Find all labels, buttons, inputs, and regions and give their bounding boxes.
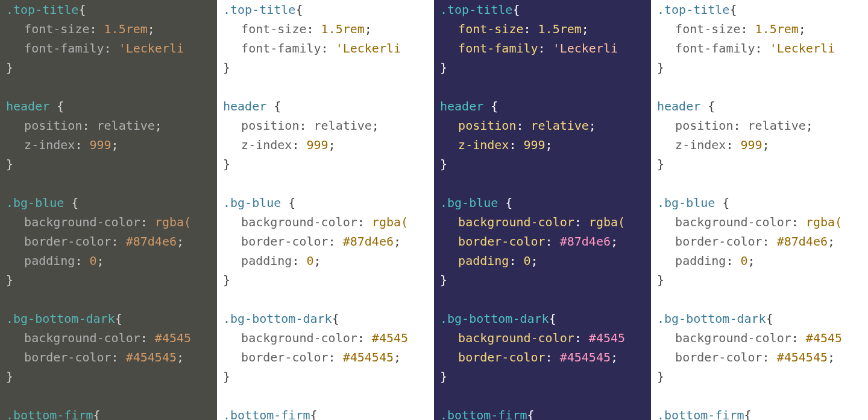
css-declaration-line[interactable]: background-color: #4545 bbox=[223, 328, 428, 348]
css-selector-line[interactable]: .bg-bottom-dark{ bbox=[223, 309, 428, 328]
css-selector-line[interactable]: .bg-blue { bbox=[223, 193, 428, 212]
css-selector-line[interactable]: .bg-bottom-dark{ bbox=[440, 309, 645, 328]
css-selector-line[interactable]: .bg-bottom-dark{ bbox=[6, 309, 211, 328]
css-property: background-color bbox=[24, 331, 140, 345]
css-declaration-line[interactable]: background-color: rgba( bbox=[223, 212, 428, 232]
css-declaration-line[interactable]: border-color: #87d4e6; bbox=[440, 232, 645, 251]
css-declaration-line[interactable]: padding: 0; bbox=[223, 251, 428, 270]
close-brace-line[interactable]: } bbox=[223, 367, 428, 386]
css-declaration-line[interactable]: position: relative; bbox=[6, 116, 211, 135]
css-declaration-line[interactable]: z-index: 999; bbox=[657, 135, 862, 154]
css-selector-line[interactable]: .bg-blue { bbox=[6, 193, 211, 212]
css-value: #4545 bbox=[806, 331, 842, 345]
css-property: border-color bbox=[458, 350, 546, 364]
close-brace-line[interactable]: } bbox=[657, 367, 862, 386]
code-panel-theme-2[interactable]: .top-title{font-size: 1.5rem;font-family… bbox=[217, 0, 434, 420]
css-selector-line[interactable]: header { bbox=[440, 97, 645, 116]
css-declaration-line[interactable]: z-index: 999; bbox=[440, 135, 645, 154]
css-declaration-line[interactable]: font-size: 1.5rem; bbox=[440, 19, 645, 39]
css-declaration-line[interactable]: border-color: #454545; bbox=[440, 348, 645, 367]
css-declaration-line[interactable]: border-color: #454545; bbox=[657, 348, 862, 367]
semicolon: ; bbox=[531, 253, 538, 268]
css-declaration-line[interactable]: padding: 0; bbox=[657, 251, 862, 270]
css-declaration-line[interactable]: background-color: rgba( bbox=[657, 212, 862, 232]
colon: : bbox=[763, 350, 777, 364]
open-brace: { bbox=[310, 408, 318, 420]
css-declaration-line[interactable]: background-color: rgba( bbox=[440, 212, 645, 232]
css-declaration-line[interactable]: font-size: 1.5rem; bbox=[657, 19, 862, 39]
css-declaration-line[interactable]: border-color: #87d4e6; bbox=[223, 232, 428, 251]
css-selector-line[interactable]: .top-title{ bbox=[223, 0, 428, 19]
css-declaration-line[interactable]: z-index: 999; bbox=[6, 135, 211, 154]
css-selector-line[interactable]: .top-title{ bbox=[440, 0, 645, 19]
close-brace: } bbox=[657, 60, 664, 75]
css-property: font-size bbox=[458, 22, 523, 36]
close-brace: } bbox=[223, 369, 230, 384]
css-declaration-line[interactable]: background-color: #4545 bbox=[440, 328, 645, 348]
css-declaration-line[interactable]: border-color: #454545; bbox=[6, 348, 211, 367]
css-selector-line[interactable]: header { bbox=[657, 97, 862, 116]
css-selector-line[interactable]: .bottom-firm{ bbox=[657, 406, 862, 420]
close-brace-line[interactable]: } bbox=[440, 270, 645, 290]
close-brace-line[interactable]: } bbox=[6, 270, 211, 290]
close-brace-line[interactable]: } bbox=[440, 154, 645, 174]
close-brace-line[interactable]: } bbox=[6, 58, 211, 77]
open-brace: { bbox=[281, 196, 295, 210]
open-brace: { bbox=[527, 408, 535, 420]
css-declaration-line[interactable]: z-index: 999; bbox=[223, 135, 428, 154]
css-declaration-line[interactable]: border-color: #87d4e6; bbox=[6, 232, 211, 251]
code-panel-theme-4[interactable]: .top-title{font-size: 1.5rem;font-family… bbox=[651, 0, 868, 420]
css-selector-line[interactable]: .bg-bottom-dark{ bbox=[657, 309, 862, 328]
open-brace: { bbox=[700, 99, 715, 113]
css-declaration-line[interactable]: font-size: 1.5rem; bbox=[6, 19, 211, 39]
css-declaration-line[interactable]: font-family: 'Leckerli bbox=[6, 39, 211, 58]
open-brace: { bbox=[78, 2, 86, 17]
css-declaration-line[interactable]: padding: 0; bbox=[6, 251, 211, 270]
close-brace-line[interactable]: } bbox=[6, 367, 211, 386]
close-brace-line[interactable]: } bbox=[440, 367, 645, 386]
css-declaration-line[interactable]: background-color: #4545 bbox=[6, 328, 211, 348]
css-selector-line[interactable]: .bg-blue { bbox=[657, 193, 862, 212]
code-panel-theme-1[interactable]: .top-title{font-size: 1.5rem;font-family… bbox=[0, 0, 217, 420]
close-brace-line[interactable]: } bbox=[440, 58, 645, 77]
css-declaration-line[interactable]: padding: 0; bbox=[440, 251, 645, 270]
close-brace-line[interactable]: } bbox=[657, 270, 862, 290]
css-declaration-line[interactable]: position: relative; bbox=[440, 116, 645, 135]
css-declaration-line[interactable]: position: relative; bbox=[657, 116, 862, 135]
css-declaration-line[interactable]: position: relative; bbox=[223, 116, 428, 135]
semicolon: ; bbox=[314, 253, 321, 268]
css-selector-line[interactable]: header { bbox=[223, 97, 428, 116]
css-selector-line[interactable]: header { bbox=[6, 97, 211, 116]
css-value: rgba( bbox=[372, 215, 408, 229]
css-declaration-line[interactable]: font-family: 'Leckerli bbox=[440, 39, 645, 58]
blank-line bbox=[657, 386, 862, 406]
css-selector-line[interactable]: .top-title{ bbox=[6, 0, 211, 19]
css-declaration-line[interactable]: border-color: #87d4e6; bbox=[657, 232, 862, 251]
code-panel-theme-3[interactable]: .top-title{font-size: 1.5rem;font-family… bbox=[434, 0, 651, 420]
close-brace-line[interactable]: } bbox=[6, 154, 211, 174]
close-brace-line[interactable]: } bbox=[657, 154, 862, 174]
css-declaration-line[interactable]: background-color: rgba( bbox=[6, 212, 211, 232]
semicolon: ; bbox=[155, 118, 162, 133]
css-selector-line[interactable]: .bg-blue { bbox=[440, 193, 645, 212]
css-selector-line[interactable]: .bottom-firm{ bbox=[440, 406, 645, 420]
semicolon: ; bbox=[394, 350, 401, 364]
close-brace-line[interactable]: } bbox=[657, 58, 862, 77]
colon: : bbox=[740, 22, 755, 36]
semicolon: ; bbox=[97, 253, 104, 268]
close-brace-line[interactable]: } bbox=[223, 270, 428, 290]
css-selector: .bg-bottom-dark bbox=[6, 311, 115, 326]
css-selector-line[interactable]: .bottom-firm{ bbox=[6, 406, 211, 420]
css-declaration-line[interactable]: font-family: 'Leckerli bbox=[657, 39, 862, 58]
colon: : bbox=[546, 234, 560, 249]
css-value: 999 bbox=[523, 138, 545, 152]
css-declaration-line[interactable]: background-color: #4545 bbox=[657, 328, 862, 348]
css-declaration-line[interactable]: border-color: #454545; bbox=[223, 348, 428, 367]
css-declaration-line[interactable]: font-size: 1.5rem; bbox=[223, 19, 428, 39]
css-selector-line[interactable]: .bottom-firm{ bbox=[223, 406, 428, 420]
close-brace-line[interactable]: } bbox=[223, 58, 428, 77]
css-declaration-line[interactable]: font-family: 'Leckerli bbox=[223, 39, 428, 58]
css-selector-line[interactable]: .top-title{ bbox=[657, 0, 862, 19]
css-selector: .bg-bottom-dark bbox=[440, 311, 549, 326]
close-brace-line[interactable]: } bbox=[223, 154, 428, 174]
